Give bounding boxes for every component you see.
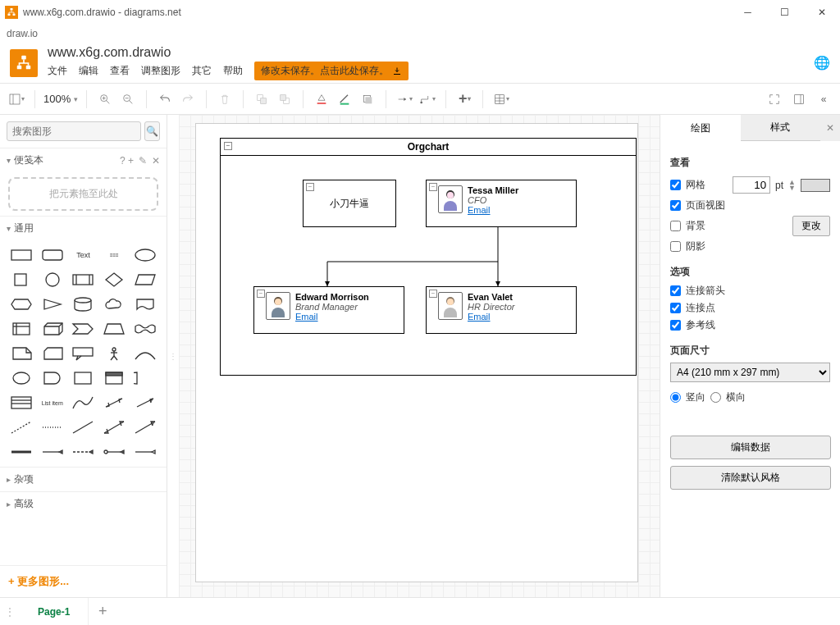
- guides-checkbox[interactable]: [670, 320, 681, 331]
- shape-process[interactable]: [71, 270, 97, 290]
- tab-style[interactable]: 样式: [741, 115, 821, 141]
- menu-help[interactable]: 帮助: [223, 64, 243, 78]
- shape-list-item[interactable]: List item: [39, 393, 66, 413]
- node-simple[interactable]: −小刀牛逼: [303, 180, 396, 227]
- undo-button[interactable]: [155, 89, 175, 109]
- stepper-down[interactable]: ▼: [788, 185, 796, 191]
- portrait-radio[interactable]: [670, 392, 681, 403]
- collapse-icon[interactable]: −: [224, 142, 232, 150]
- format-panel-button[interactable]: [789, 89, 809, 109]
- shape-frame[interactable]: [101, 368, 127, 388]
- clear-style-button[interactable]: 清除默认风格: [670, 466, 831, 490]
- shape-ellipse[interactable]: [132, 245, 158, 265]
- delete-button[interactable]: [215, 89, 235, 109]
- table-button[interactable]: ▾: [491, 89, 511, 109]
- pages-menu-button[interactable]: ⋮: [0, 606, 20, 618]
- advanced-header[interactable]: ▸高级: [0, 491, 167, 516]
- shape-dotted[interactable]: [39, 417, 66, 437]
- email-link[interactable]: Email: [295, 312, 369, 322]
- shape-conn3[interactable]: [101, 442, 127, 462]
- fullscreen-button[interactable]: [765, 89, 784, 109]
- node-edward[interactable]: − Edward MorrisonBrand ManagerEmail: [253, 286, 404, 334]
- shape-data-store[interactable]: [71, 368, 97, 388]
- shape-conn2[interactable]: [71, 442, 97, 462]
- save-banner[interactable]: 修改未保存。点击此处保存。: [254, 62, 409, 80]
- shape-conn4[interactable]: [132, 442, 158, 462]
- shape-arrow[interactable]: [132, 393, 158, 413]
- shape-roundrect[interactable]: [39, 245, 66, 265]
- pageview-checkbox[interactable]: [670, 200, 681, 211]
- shape-parallelogram[interactable]: [132, 270, 158, 290]
- shape-curve[interactable]: [132, 344, 158, 363]
- shape-bidir-arrow[interactable]: [101, 393, 127, 413]
- shape-circle[interactable]: [39, 270, 66, 290]
- minimize-button[interactable]: ─: [729, 0, 766, 25]
- shape-internal-storage[interactable]: [8, 319, 34, 339]
- shape-dashed[interactable]: [8, 417, 34, 437]
- shape-bidir2[interactable]: [101, 417, 127, 437]
- shape-thick-line[interactable]: [8, 442, 34, 462]
- scratchpad-header[interactable]: ▾便笺本 ? + ✎ ✕: [0, 148, 167, 172]
- tab-diagram[interactable]: 绘图: [660, 115, 741, 141]
- grid-checkbox[interactable]: [670, 180, 681, 190]
- menu-extras[interactable]: 其它: [192, 64, 212, 78]
- redo-button[interactable]: [178, 89, 198, 109]
- menu-arrange[interactable]: 调整图形: [141, 64, 180, 78]
- menu-file[interactable]: 文件: [48, 64, 67, 78]
- shadow-checkbox[interactable]: [670, 241, 681, 252]
- shadow-button[interactable]: [358, 89, 377, 109]
- to-front-button[interactable]: [252, 89, 272, 109]
- close-icon[interactable]: ✕: [152, 155, 160, 167]
- shape-text[interactable]: Text: [71, 245, 97, 265]
- edit-data-button[interactable]: 编辑数据: [670, 436, 831, 459]
- shape-halfcircle[interactable]: [132, 368, 158, 388]
- email-link[interactable]: Email: [468, 205, 518, 215]
- shape-or[interactable]: [8, 368, 34, 388]
- maximize-button[interactable]: ☐: [766, 0, 803, 25]
- conn-arrows-checkbox[interactable]: [670, 285, 681, 296]
- edit-icon[interactable]: ✎: [139, 155, 147, 167]
- shape-actor[interactable]: [101, 344, 127, 363]
- shape-cylinder[interactable]: [71, 294, 97, 314]
- shape-cloud[interactable]: [101, 294, 127, 314]
- view-mode-button[interactable]: ▾: [7, 89, 26, 109]
- shape-heading[interactable]: ≡≡≡: [101, 245, 127, 265]
- grid-color-swatch[interactable]: [801, 179, 830, 192]
- zoom-out-button[interactable]: [118, 89, 138, 109]
- general-header[interactable]: ▾通用: [0, 216, 167, 240]
- zoom-control[interactable]: 100% ▾: [43, 93, 78, 105]
- document-title[interactable]: www.x6g.com.drawio: [48, 45, 409, 60]
- insert-button[interactable]: +▾: [454, 89, 474, 109]
- background-checkbox[interactable]: [670, 221, 681, 231]
- search-input[interactable]: [7, 121, 141, 141]
- conn-points-checkbox[interactable]: [670, 303, 681, 313]
- menu-edit[interactable]: 编辑: [79, 64, 98, 78]
- shape-square[interactable]: [8, 270, 34, 290]
- node-evan[interactable]: − Evan ValetHR DirectorEmail: [426, 286, 577, 334]
- scratchpad-dropzone[interactable]: 把元素拖至此处: [8, 177, 158, 211]
- shape-list[interactable]: [8, 393, 34, 413]
- collapse-button[interactable]: «: [814, 89, 833, 109]
- shape-callout[interactable]: [71, 344, 97, 363]
- more-shapes-button[interactable]: + 更多图形...: [0, 565, 167, 597]
- misc-header[interactable]: ▸杂项: [0, 467, 167, 491]
- zoom-in-button[interactable]: [95, 89, 115, 109]
- shape-note[interactable]: [8, 344, 34, 363]
- pagesize-select[interactable]: A4 (210 mm x 297 mm): [670, 363, 830, 382]
- fill-color-button[interactable]: [312, 89, 331, 109]
- shape-cube[interactable]: [39, 319, 66, 339]
- menu-view[interactable]: 查看: [110, 64, 130, 78]
- node-tessa[interactable]: − Tessa MillerCFOEmail: [426, 180, 577, 227]
- shape-and[interactable]: [39, 368, 66, 388]
- grid-size-input[interactable]: [733, 176, 770, 194]
- shape-document[interactable]: [132, 294, 158, 314]
- shape-hexagon[interactable]: [8, 294, 34, 314]
- search-button[interactable]: 🔍: [144, 121, 160, 141]
- add-page-button[interactable]: +: [89, 598, 116, 626]
- waypoint-button[interactable]: ▾: [418, 89, 437, 109]
- shape-conn1[interactable]: [39, 442, 66, 462]
- shape-rect[interactable]: [8, 245, 34, 265]
- shape-triangle[interactable]: [39, 294, 66, 314]
- landscape-radio[interactable]: [710, 392, 721, 403]
- orgchart-container[interactable]: −Orgchart −小刀牛逼 − Tessa MillerCFOEmail −…: [220, 138, 637, 376]
